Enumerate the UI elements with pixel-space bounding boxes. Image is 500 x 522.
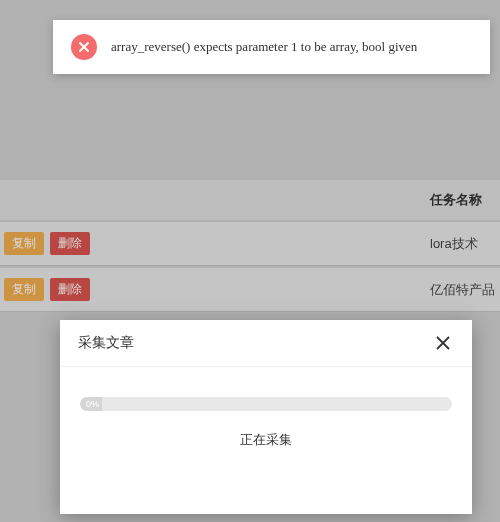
modal-header: 采集文章 <box>60 320 472 367</box>
progress-status: 正在采集 <box>80 431 452 449</box>
progress-bar: 0% <box>80 397 452 411</box>
modal-title: 采集文章 <box>78 334 134 352</box>
progress-percent: 0% <box>86 397 99 411</box>
modal-body: 0% 正在采集 <box>60 367 472 469</box>
error-message: array_reverse() expects parameter 1 to b… <box>111 39 417 55</box>
collect-modal: 采集文章 0% 正在采集 <box>60 320 472 514</box>
close-icon[interactable] <box>432 332 454 354</box>
error-toast: array_reverse() expects parameter 1 to b… <box>53 20 490 74</box>
error-icon <box>71 34 97 60</box>
